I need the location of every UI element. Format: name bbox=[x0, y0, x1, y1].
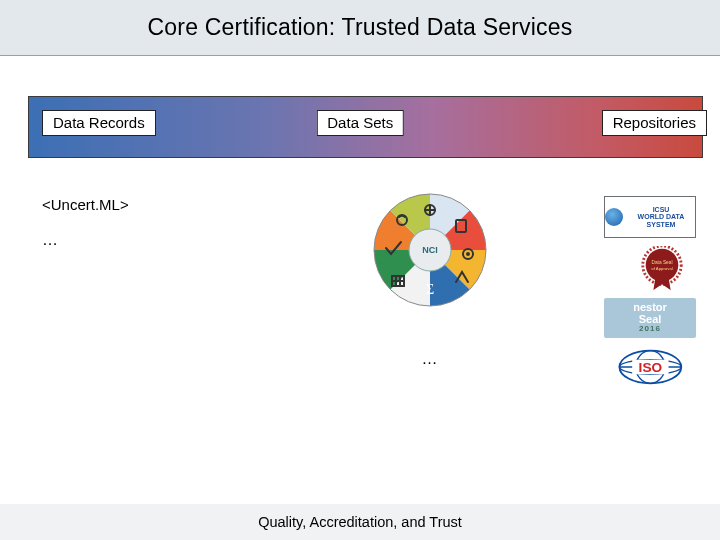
slide-title: Core Certification: Trusted Data Service… bbox=[148, 14, 573, 41]
footer-text: Quality, Accreditation, and Trust bbox=[258, 514, 462, 530]
col-label-repositories: Repositories bbox=[602, 110, 707, 136]
col-data-records: <Uncert.ML> … bbox=[42, 196, 287, 249]
quality-wheel-icon: Σ NCI bbox=[370, 190, 490, 310]
badge-iso: ISO bbox=[604, 346, 696, 388]
col-data-sets: Σ NCI … bbox=[307, 196, 552, 368]
wds-line1: ICSU bbox=[627, 206, 695, 213]
svg-text:ISO: ISO bbox=[638, 360, 662, 375]
ellipsis: … bbox=[307, 350, 552, 368]
uncertml-tag: <Uncert.ML> bbox=[42, 196, 287, 213]
nestor-line1: nestor bbox=[633, 301, 667, 313]
badge-nestor-seal: nestor Seal 2016 bbox=[604, 298, 696, 338]
svg-point-8 bbox=[466, 252, 470, 256]
svg-text:of Approval: of Approval bbox=[651, 266, 673, 271]
badge-data-seal-of-approval: Data Seal of Approval bbox=[628, 246, 696, 290]
col-label-data-sets: Data Sets bbox=[316, 110, 404, 136]
footer-bar: Quality, Accreditation, and Trust bbox=[0, 504, 720, 540]
svg-text:Σ: Σ bbox=[425, 282, 433, 297]
nestor-year: 2016 bbox=[633, 325, 667, 333]
ellipsis: … bbox=[42, 231, 287, 249]
nestor-line2: Seal bbox=[639, 313, 662, 325]
spectrum-band: Data Records Data Sets Repositories bbox=[0, 96, 720, 158]
wheel-hub-label: NCI bbox=[422, 245, 438, 255]
col-label-data-records: Data Records bbox=[42, 110, 156, 136]
svg-text:Data Seal: Data Seal bbox=[652, 260, 673, 265]
wds-line2: WORLD DATA SYSTEM bbox=[627, 213, 695, 228]
col-repositories: ICSU WORLD DATA SYSTEM Data Seal bbox=[572, 196, 696, 388]
title-bar: Core Certification: Trusted Data Service… bbox=[0, 0, 720, 56]
badge-icsu-wds: ICSU WORLD DATA SYSTEM bbox=[604, 196, 696, 238]
globe-icon bbox=[605, 208, 623, 226]
